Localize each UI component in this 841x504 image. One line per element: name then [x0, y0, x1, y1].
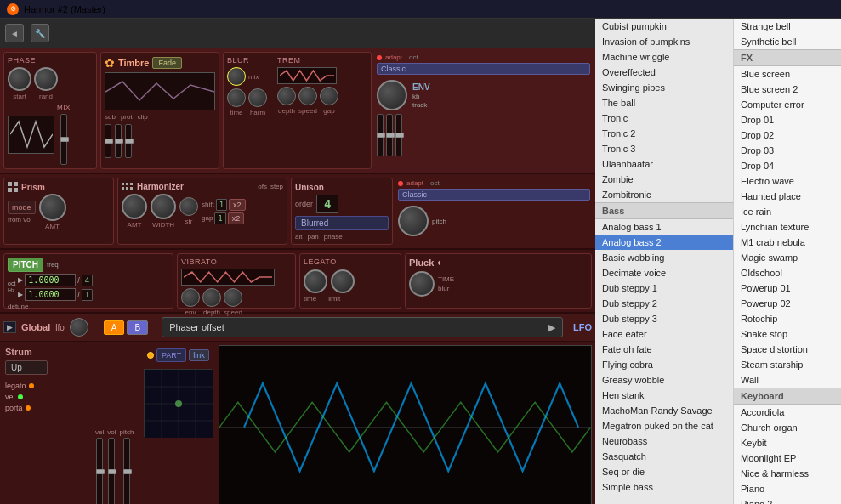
detune-input[interactable]: 1.0000 [25, 288, 76, 301]
preset-item[interactable]: Cubist pumpkin [595, 19, 733, 34]
preset-item[interactable]: Dub steppy 2 [595, 296, 733, 311]
pluck-time-knob[interactable] [409, 271, 435, 297]
blurred-select[interactable]: Blurred [295, 216, 389, 230]
legato-time-knob[interactable] [304, 269, 327, 293]
preset-item[interactable]: Sasquatch [595, 449, 733, 464]
preset-item[interactable]: Greasy wobble [595, 372, 733, 388]
timbre-slider-3[interactable] [125, 124, 132, 158]
preset-item[interactable]: Rotochip [734, 311, 841, 326]
blur-harm-knob[interactable] [248, 88, 267, 107]
preset-item[interactable]: Drop 03 [734, 143, 841, 158]
preset-item[interactable]: Overeffected [595, 65, 733, 80]
global-lfo-knob[interactable] [70, 318, 88, 337]
preset-item[interactable]: Zombie [595, 172, 733, 187]
preset-item[interactable]: Electro wave [734, 173, 841, 189]
vib-env-knob[interactable] [181, 288, 200, 307]
global-arrow[interactable]: ▶ [3, 321, 16, 333]
preset-item[interactable]: Drop 01 [734, 112, 841, 127]
preset-item[interactable]: Dub steppy 1 [595, 280, 733, 296]
tab-b[interactable]: B [127, 320, 148, 335]
harm-amt-knob[interactable] [122, 194, 147, 219]
right-slider-3[interactable] [395, 114, 402, 156]
harm-width-knob[interactable] [151, 194, 176, 219]
phase-start-knob[interactable] [8, 67, 31, 91]
preset-item[interactable]: Megatron puked on the cat [595, 418, 733, 433]
preset-item[interactable]: M1 crab nebula [734, 235, 841, 250]
presets-col1[interactable]: Cubist pumpkin Invasion of pumpkins Mach… [595, 19, 734, 504]
preset-item[interactable]: Haunted place [734, 189, 841, 204]
preset-item[interactable]: Face eater [595, 326, 733, 342]
preset-item[interactable]: Ulaanbaatar [595, 156, 733, 172]
harm-str-knob[interactable] [179, 197, 198, 216]
preset-item[interactable]: Wall [734, 372, 841, 388]
preset-item[interactable]: Machine wriggle [595, 49, 733, 65]
preset-item[interactable]: The ball [595, 95, 733, 110]
preset-item[interactable]: Piano 2 [734, 496, 841, 504]
classic-button-1[interactable]: Classic [377, 63, 590, 75]
preset-item[interactable]: Accordiola [734, 405, 841, 420]
preset-item[interactable]: Strange bell [734, 19, 841, 34]
preset-item[interactable]: Hen stank [595, 388, 733, 403]
pitch-knob[interactable] [398, 206, 429, 236]
presets-col2[interactable]: Strange bell Synthetic bell FX Blue scre… [734, 19, 841, 504]
link-button[interactable]: link [189, 349, 209, 361]
preset-item[interactable]: Piano [734, 481, 841, 496]
pitch-slider[interactable] [123, 438, 130, 504]
preset-item[interactable]: Tronic 3 [595, 141, 733, 156]
preset-item[interactable]: Fate oh fate [595, 342, 733, 357]
right-slider-1[interactable] [377, 114, 384, 156]
blur-time-knob[interactable] [227, 88, 246, 107]
preset-item[interactable]: Swinging pipes [595, 80, 733, 95]
vib-speed-knob[interactable] [224, 288, 242, 307]
blur-mix-knob[interactable] [227, 67, 246, 86]
wrench-button[interactable]: 🔧 [31, 24, 49, 42]
right-slider-2[interactable] [386, 114, 393, 156]
power-button[interactable]: ◄ [5, 24, 24, 42]
preset-item[interactable]: Oldschool [734, 265, 841, 280]
preset-item[interactable]: Blue screen 2 [734, 82, 841, 97]
preset-item[interactable]: Steam starship [734, 357, 841, 372]
mix-slider[interactable] [60, 114, 67, 165]
waveform-display-1[interactable] [8, 116, 54, 154]
preset-item[interactable]: Powerup 02 [734, 296, 841, 311]
preset-item[interactable]: Moonlight EP [734, 450, 841, 466]
preset-item[interactable]: MachoMan Randy Savage [595, 403, 733, 418]
preset-item[interactable]: Blue screen [734, 66, 841, 82]
preset-item[interactable]: Dub steppy 3 [595, 311, 733, 326]
x2-btn-2[interactable]: x2 [228, 212, 245, 224]
prism-amt-knob[interactable] [39, 194, 66, 221]
classic-button-2[interactable]: Classic [398, 189, 590, 201]
preset-item[interactable]: Basic wobbling [595, 250, 733, 265]
preset-item[interactable]: Computer error [734, 97, 841, 112]
vib-depth-knob[interactable] [202, 288, 221, 307]
preset-item[interactable]: Snake stop [734, 326, 841, 342]
preset-item[interactable]: Tronic [595, 110, 733, 126]
part-button[interactable]: PART [156, 348, 186, 362]
vel-slider[interactable] [96, 438, 103, 504]
prism-mode-btn[interactable]: mode [8, 201, 36, 214]
preset-item[interactable]: Magic swamp [734, 250, 841, 265]
preset-item[interactable]: Space distortion [734, 342, 841, 357]
waveform-display-2[interactable] [105, 72, 215, 110]
phase-rand-knob[interactable] [34, 67, 58, 91]
preset-item[interactable]: Drop 04 [734, 158, 841, 173]
preset-item[interactable]: Nice & harmless [734, 466, 841, 481]
trem-gap-knob[interactable] [320, 87, 338, 105]
timbre-slider-2[interactable] [115, 124, 122, 158]
preset-item[interactable]: Flying cobra [595, 357, 733, 372]
freq-input[interactable]: 1.0000 [25, 274, 76, 286]
preset-item[interactable]: Lynchian texture [734, 219, 841, 235]
preset-item[interactable]: Zombitronic [595, 187, 733, 202]
env-knob[interactable] [377, 80, 407, 110]
fade-select[interactable]: Fade [152, 57, 182, 69]
phaser-bar[interactable]: Phaser offset ▶ [162, 317, 563, 337]
legato-limit-knob[interactable] [331, 269, 355, 293]
trem-speed-knob[interactable] [298, 87, 317, 105]
preset-item[interactable]: Simple bass [595, 479, 733, 495]
preset-item[interactable]: Seq or die [595, 464, 733, 479]
preset-item[interactable]: Drop 02 [734, 127, 841, 143]
preset-item[interactable]: Analog bass 1 [595, 219, 733, 235]
tab-a[interactable]: A [104, 320, 125, 335]
preset-item[interactable]: Neurobass [595, 433, 733, 449]
preset-item[interactable]: Invasion of pumpkins [595, 34, 733, 49]
